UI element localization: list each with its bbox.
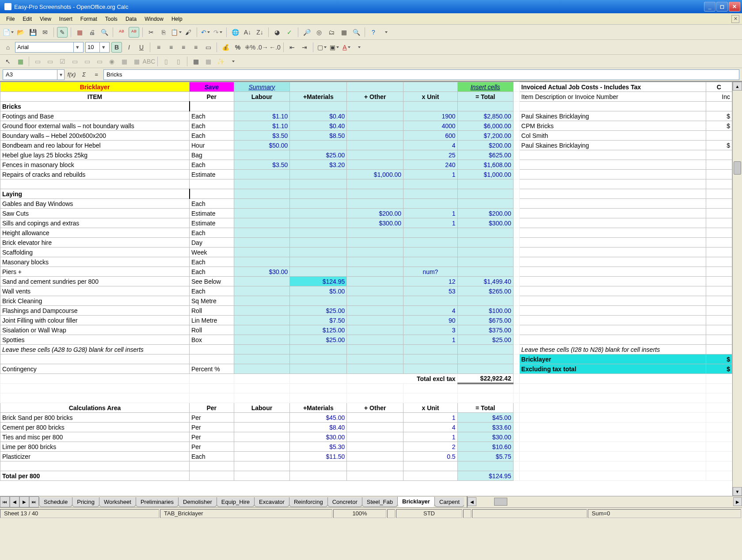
add-decimal-icon[interactable]: .0→ — [257, 42, 268, 53]
cell[interactable]: +Materials — [290, 92, 347, 102]
hscroll-thumb[interactable] — [494, 498, 507, 506]
cell[interactable] — [519, 209, 706, 218]
cell[interactable]: $125.00 — [290, 325, 347, 335]
cell[interactable] — [347, 286, 403, 296]
cell[interactable]: 4 — [403, 141, 457, 150]
cell[interactable] — [513, 189, 519, 199]
cell[interactable] — [403, 248, 457, 257]
cell[interactable] — [347, 267, 403, 277]
cell[interactable] — [706, 257, 732, 267]
cell[interactable]: Paul Skaines Bricklaying — [519, 111, 706, 121]
cell[interactable] — [519, 277, 706, 286]
cell[interactable] — [513, 267, 519, 277]
cell[interactable] — [706, 471, 732, 481]
cell[interactable]: Brick Cleaning — [0, 296, 190, 306]
cell[interactable] — [190, 102, 234, 111]
cell[interactable] — [234, 442, 290, 452]
cell[interactable]: num? — [403, 267, 457, 277]
cell[interactable] — [290, 141, 347, 150]
menu-format[interactable]: Format — [77, 15, 101, 23]
horizontal-scrollbar[interactable]: ◀ ▶ — [467, 496, 742, 507]
cell[interactable] — [234, 374, 290, 384]
cell[interactable] — [347, 345, 403, 354]
cell[interactable] — [234, 345, 290, 354]
cell[interactable] — [519, 471, 706, 481]
more-icon[interactable]: ▯ — [161, 56, 171, 67]
cell[interactable] — [347, 257, 403, 267]
cell[interactable]: Estimate — [190, 170, 234, 179]
cell[interactable] — [706, 131, 732, 141]
cell[interactable] — [0, 384, 190, 393]
cell[interactable] — [290, 102, 347, 111]
cell[interactable] — [347, 141, 403, 150]
cell[interactable] — [513, 471, 519, 481]
cell[interactable]: 1 — [403, 170, 457, 179]
cell[interactable]: Excluding tax total — [519, 364, 706, 374]
close-button[interactable]: ✕ — [729, 2, 740, 11]
remove-decimal-icon[interactable]: ←.0 — [270, 42, 280, 53]
cell[interactable] — [234, 257, 290, 267]
listbox-icon[interactable]: ▭ — [94, 56, 105, 67]
cell[interactable] — [706, 170, 732, 179]
cell[interactable] — [519, 432, 706, 442]
format-paintbrush-icon[interactable]: 🖌 — [183, 27, 194, 38]
cell[interactable]: 53 — [403, 286, 457, 296]
cell[interactable]: $8.40 — [290, 423, 347, 432]
hyperlink-icon[interactable]: 🌐 — [230, 27, 240, 38]
menu-file[interactable]: File — [3, 15, 18, 23]
cell[interactable]: $1,000.00 — [457, 170, 513, 179]
function-wizard-icon[interactable]: f(x) — [66, 70, 77, 80]
cell[interactable] — [234, 199, 290, 209]
cell[interactable]: Masonary blocks — [0, 257, 190, 267]
save-icon[interactable]: 💾 — [27, 27, 38, 38]
print-icon[interactable]: 🖨 — [87, 27, 97, 38]
cell[interactable]: Roll — [190, 306, 234, 316]
scroll-right-icon[interactable]: ▶ — [733, 497, 742, 506]
menu-insert[interactable]: Insert — [56, 15, 76, 23]
cell[interactable]: $200.00 — [457, 209, 513, 218]
cell[interactable] — [290, 209, 347, 218]
cell[interactable]: Brick Sand per 800 bricks — [0, 413, 190, 423]
cell[interactable] — [457, 296, 513, 306]
preview-icon[interactable]: 🔍 — [99, 27, 110, 38]
cell[interactable] — [706, 286, 732, 296]
cell[interactable] — [513, 141, 519, 150]
cell[interactable] — [234, 218, 290, 228]
cell[interactable]: Estimate — [190, 209, 234, 218]
align-center-icon[interactable]: ≡ — [166, 42, 176, 53]
cell[interactable]: Bondbeam and reo labour for Hebel — [0, 141, 190, 150]
design-mode-icon[interactable]: ▦ — [15, 56, 26, 67]
cell[interactable] — [519, 442, 706, 452]
cell[interactable] — [457, 248, 513, 257]
cell[interactable] — [234, 325, 290, 335]
cell[interactable]: $ — [706, 364, 732, 374]
cell[interactable]: Col Smith — [519, 131, 706, 141]
form-nav-icon[interactable]: ▦ — [203, 56, 213, 67]
more-controls-icon[interactable]: ABC — [144, 56, 154, 67]
cell[interactable] — [347, 111, 403, 121]
cell[interactable]: = Total — [457, 92, 513, 102]
cell[interactable]: x Unit — [403, 403, 457, 413]
sheet-tab[interactable]: Schedule — [39, 497, 72, 507]
cell[interactable]: $2,850.00 — [457, 111, 513, 121]
cell[interactable]: Paul Skaines Bricklaying — [519, 141, 706, 150]
merge-cells-icon[interactable]: ▭ — [203, 42, 213, 53]
cell[interactable]: Insert cells — [457, 82, 513, 92]
cell[interactable]: Each — [190, 199, 234, 209]
cell[interactable]: 1 — [403, 432, 457, 442]
cell[interactable]: Boundary walls – Hebel 200x600x200 — [0, 131, 190, 141]
cell[interactable] — [513, 248, 519, 257]
cell[interactable] — [234, 189, 290, 199]
cell[interactable]: Lin Metre — [190, 316, 234, 325]
cell[interactable] — [457, 179, 513, 189]
cell[interactable]: x Unit — [403, 92, 457, 102]
cell[interactable] — [513, 286, 519, 296]
cell[interactable]: Per — [190, 442, 234, 452]
cell[interactable] — [519, 267, 706, 277]
cell[interactable]: Ties and misc per 800 — [0, 432, 190, 442]
cell[interactable] — [706, 296, 732, 306]
cell[interactable] — [347, 461, 403, 471]
copy-icon[interactable]: ⎘ — [158, 27, 169, 38]
cell[interactable] — [513, 150, 519, 160]
cell[interactable] — [290, 218, 347, 228]
